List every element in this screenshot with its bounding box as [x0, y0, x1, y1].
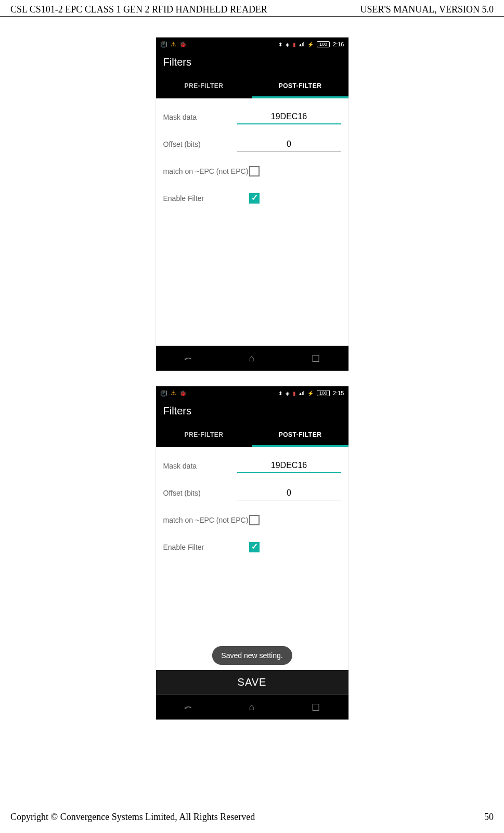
bolt-icon: ⚡ — [307, 42, 314, 47]
enable-filter-label: Enable Filter — [163, 194, 249, 203]
recent-icon[interactable]: ☐ — [312, 353, 320, 364]
debug-icon — [179, 41, 187, 48]
status-right: ⬍ ◈ ▮ ▴ıl ⚡ 100 2:16 — [278, 41, 344, 47]
sim-icon: ▮ — [293, 42, 296, 47]
row-mask-data: Mask data — [163, 104, 341, 131]
row-enable-filter: Enable Filter — [163, 185, 341, 212]
footer-page-number: 50 — [484, 812, 494, 823]
row-offset: Offset (bits) — [163, 131, 341, 158]
filter-form: Mask data Offset (bits) match on ~EPC (n… — [156, 447, 348, 670]
header-left: CSL CS101-2 EPC CLASS 1 GEN 2 RFID HANDH… — [10, 4, 267, 15]
filter-tabs: PRE-FILTER POST-FILTER — [156, 422, 348, 447]
nav-bar: ⤺ ⌂ ☐ — [156, 346, 348, 371]
mask-data-label: Mask data — [163, 113, 237, 121]
sim-icon: ▮ — [293, 390, 296, 396]
row-match-epc: match on ~EPC (not EPC) — [163, 158, 341, 185]
enable-filter-label: Enable Filter — [163, 543, 249, 551]
enable-filter-checkbox[interactable] — [249, 193, 260, 204]
recent-icon[interactable]: ☐ — [312, 702, 320, 713]
match-epc-label: match on ~EPC (not EPC) — [163, 167, 249, 175]
debug-icon — [179, 390, 187, 397]
row-offset: Offset (bits) — [163, 479, 341, 507]
warning-icon — [171, 389, 176, 397]
footer-copyright: Copyright © Convergence Systems Limited,… — [10, 812, 255, 823]
tab-post-filter[interactable]: POST-FILTER — [252, 73, 348, 98]
header-right: USER'S MANUAL, VERSION 5.0 — [360, 4, 494, 15]
row-match-epc: match on ~EPC (not EPC) — [163, 507, 341, 534]
offset-input[interactable] — [237, 137, 341, 152]
back-icon[interactable]: ⤺ — [184, 702, 192, 713]
data-icon: ⬍ — [278, 390, 282, 396]
page-header: CSL CS101-2 EPC CLASS 1 GEN 2 RFID HANDH… — [0, 0, 504, 17]
match-epc-checkbox[interactable] — [249, 515, 260, 525]
data-icon: ⬍ — [278, 42, 282, 47]
offset-label: Offset (bits) — [163, 140, 237, 148]
home-icon[interactable]: ⌂ — [249, 702, 255, 713]
status-bar: ⬍ ◈ ▮ ▴ıl ⚡ 100 2:16 — [156, 37, 348, 51]
tab-post-filter[interactable]: POST-FILTER — [252, 422, 348, 447]
app-title: Filters — [156, 51, 348, 73]
battery-icon: 100 — [317, 390, 330, 396]
toast-message: Saved new setting. — [212, 646, 292, 665]
status-right: ⬍ ◈ ▮ ▴ıl ⚡ 100 2:15 — [278, 390, 344, 396]
home-icon[interactable]: ⌂ — [249, 353, 255, 364]
row-mask-data: Mask data — [163, 452, 341, 479]
vibrate-icon — [160, 390, 167, 397]
signal-icon: ▴ıl — [299, 42, 304, 47]
status-bar: ⬍ ◈ ▮ ▴ıl ⚡ 100 2:15 — [156, 386, 348, 400]
tab-pre-filter[interactable]: PRE-FILTER — [156, 73, 252, 98]
mask-data-input[interactable] — [237, 110, 341, 124]
screenshot-1: ⬍ ◈ ▮ ▴ıl ⚡ 100 2:16 Filters PRE-FILTER … — [156, 37, 348, 371]
match-epc-checkbox[interactable] — [249, 166, 260, 176]
vibrate-icon — [160, 41, 167, 48]
clock-time: 2:15 — [333, 390, 344, 396]
mask-data-input[interactable] — [237, 459, 341, 473]
row-enable-filter: Enable Filter — [163, 534, 341, 561]
save-button[interactable]: SAVE — [156, 670, 348, 695]
match-epc-label: match on ~EPC (not EPC) — [163, 516, 249, 524]
offset-input[interactable] — [237, 486, 341, 500]
filter-tabs: PRE-FILTER POST-FILTER — [156, 73, 348, 98]
warning-icon — [171, 41, 176, 48]
wifi-icon: ◈ — [286, 42, 290, 47]
app-title: Filters — [156, 400, 348, 422]
enable-filter-checkbox[interactable] — [249, 542, 260, 552]
signal-icon: ▴ıl — [299, 390, 304, 396]
page-footer: Copyright © Convergence Systems Limited,… — [0, 812, 504, 823]
screenshot-2: ⬍ ◈ ▮ ▴ıl ⚡ 100 2:15 Filters PRE-FILTER … — [156, 386, 348, 720]
back-icon[interactable]: ⤺ — [184, 353, 192, 364]
status-left — [160, 389, 187, 397]
tab-pre-filter[interactable]: PRE-FILTER — [156, 422, 252, 447]
offset-label: Offset (bits) — [163, 489, 237, 497]
mask-data-label: Mask data — [163, 462, 237, 470]
clock-time: 2:16 — [333, 41, 344, 47]
nav-bar: ⤺ ⌂ ☐ — [156, 695, 348, 720]
page-content: ⬍ ◈ ▮ ▴ıl ⚡ 100 2:16 Filters PRE-FILTER … — [0, 17, 504, 720]
wifi-icon: ◈ — [286, 390, 290, 396]
battery-icon: 100 — [317, 41, 330, 47]
filter-form: Mask data Offset (bits) match on ~EPC (n… — [156, 98, 348, 346]
status-left — [160, 41, 187, 48]
bolt-icon: ⚡ — [307, 390, 314, 396]
